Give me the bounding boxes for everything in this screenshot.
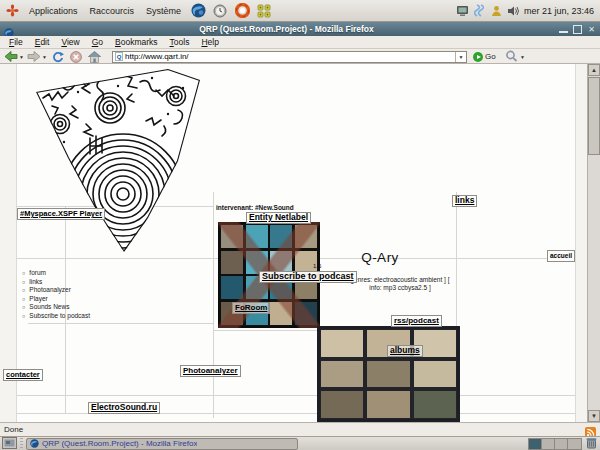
page-nav-list: forum links Photoanalyzer Player Sounds … [22,269,90,320]
taskbar-handle[interactable] [20,438,23,449]
site-favicon: Q [115,52,123,61]
link-rss-podcast[interactable]: rss/podcast [391,315,442,327]
scroll-up-arrow[interactable]: ▲ [588,64,600,76]
value-fragment: 1.5 [313,263,321,269]
link-electrosound[interactable]: ElectroSound.ru [88,402,160,414]
scrollbar-thumb[interactable] [588,77,600,155]
network-wave-tray-icon[interactable] [473,4,486,17]
panel-menu-raccourcis[interactable]: Raccourcis [87,4,138,18]
nav-item-sounds-news[interactable]: Sounds News [22,303,90,312]
link-photoanalyzer[interactable]: Photoanalyzer [180,365,241,377]
workspace-switcher [528,438,582,450]
desktop: Applications Raccourcis Système [0,0,600,450]
gnome-foot-icon[interactable] [4,3,20,19]
status-text: Done [4,425,23,434]
url-bar[interactable]: Q ▼ [112,51,467,63]
url-input[interactable] [125,52,455,62]
menu-file[interactable]: File [4,36,28,48]
menu-tools[interactable]: Tools [165,36,195,48]
browser-menubar: File Edit View Go Bookmarks Tools Help [0,36,600,49]
panel-menu-applications[interactable]: Applications [26,4,81,18]
panel-menu-systeme[interactable]: Système [143,4,184,18]
display-tray-icon[interactable] [456,4,469,17]
window-titlebar[interactable]: QRP (Quest.Room.Project) - Mozilla Firef… [0,22,600,36]
close-button[interactable]: ✕ [587,25,596,34]
stop-button[interactable] [70,50,82,63]
workspace-4[interactable] [568,439,581,449]
home-button[interactable] [88,50,101,63]
volume-tray-icon[interactable] [507,4,520,17]
link-links[interactable]: links [452,195,477,207]
workspace-3[interactable] [555,439,568,449]
bottom-taskbar: QRP (Quest.Room.Project) - Mozilla Firef… [0,436,600,450]
collage-image-window[interactable] [317,326,460,422]
task-button-firefox[interactable]: QRP (Quest.Room.Project) - Mozilla Firef… [26,438,298,450]
clock-launcher-icon[interactable] [212,3,228,19]
task-button-label: QRP (Quest.Room.Project) - Mozilla Firef… [42,439,197,448]
menu-go[interactable]: Go [87,36,108,48]
menu-bookmarks[interactable]: Bookmarks [110,36,163,48]
system-tray: mer 21 jun, 23:46 [456,4,596,17]
qary-heading: Q-Ary [338,250,422,265]
link-foroom[interactable]: FoRoom [232,302,270,314]
link-accueil[interactable]: accueil [547,250,575,262]
show-desktop-icon[interactable] [2,435,17,450]
link-albums[interactable]: albums [387,345,423,357]
status-bar: Done [0,422,600,436]
rss-feed-icon[interactable] [585,424,596,435]
menu-view[interactable]: View [56,36,84,48]
abstract-doodle-graphic [28,66,238,256]
gnome-panel: Applications Raccourcis Système [0,0,600,22]
nav-item-subscribe-podcast[interactable]: Subscribe to podcast [22,312,90,321]
nav-item-links[interactable]: links [22,278,90,287]
link-contacter[interactable]: contacter [3,369,43,381]
info-line: info: mp3 ccbysa2.5 ] [330,284,470,292]
panel-clock: mer 21 jun, 23:46 [524,6,596,16]
link-entity-netlabel[interactable]: Entity Netlabel [246,212,311,224]
link-myspace-xspf-player[interactable]: #Myspace.XSPF Player [17,208,105,220]
back-button[interactable]: ▼ [4,50,24,63]
nav-item-player[interactable]: Player [22,295,90,304]
minimize-button[interactable] [559,26,568,33]
go-label: Go [485,52,496,61]
browser-toolbar: ▼ ▼ Q ▼ Go ▼ [0,49,600,64]
user-tray-icon[interactable] [490,4,503,17]
forward-button[interactable]: ▼ [27,50,47,63]
link-subscribe-to-podcast[interactable]: Subscribe to podcast [259,271,357,283]
nav-item-photoanalyzer[interactable]: Photoanalyzer [22,286,90,295]
workspace-grid-icon[interactable] [256,3,272,19]
lifebuoy-help-icon[interactable] [234,3,250,19]
window-title: QRP (Quest.Room.Project) - Mozilla Firef… [14,24,559,34]
page-right-margin [575,64,587,422]
nav-item-forum[interactable]: forum [22,269,90,278]
menu-edit[interactable]: Edit [30,36,55,48]
firefox-window-icon [4,24,14,34]
url-dropdown-icon[interactable]: ▼ [455,52,466,62]
search-button[interactable]: ▼ [505,50,525,63]
layout-hline-3 [17,395,575,396]
menu-help[interactable]: Help [196,36,223,48]
task-firefox-icon [30,439,39,448]
workspace-2[interactable] [542,439,555,449]
trash-icon[interactable] [585,435,598,450]
vertical-scrollbar[interactable]: ▲ ▼ [587,64,600,422]
scroll-down-arrow[interactable]: ▼ [588,410,600,422]
restore-button[interactable] [573,25,582,34]
firefox-launcher-icon[interactable] [190,3,206,19]
layout-hline-6 [28,323,213,324]
reload-button[interactable] [52,50,64,63]
intervenant-label: intervenant: #New.Sound [216,204,294,211]
go-button[interactable]: Go [473,50,496,63]
page-viewport: #Myspace.XSPF Player forum links Photoan… [0,64,600,422]
workspace-1[interactable] [529,439,542,449]
go-icon [473,52,483,62]
